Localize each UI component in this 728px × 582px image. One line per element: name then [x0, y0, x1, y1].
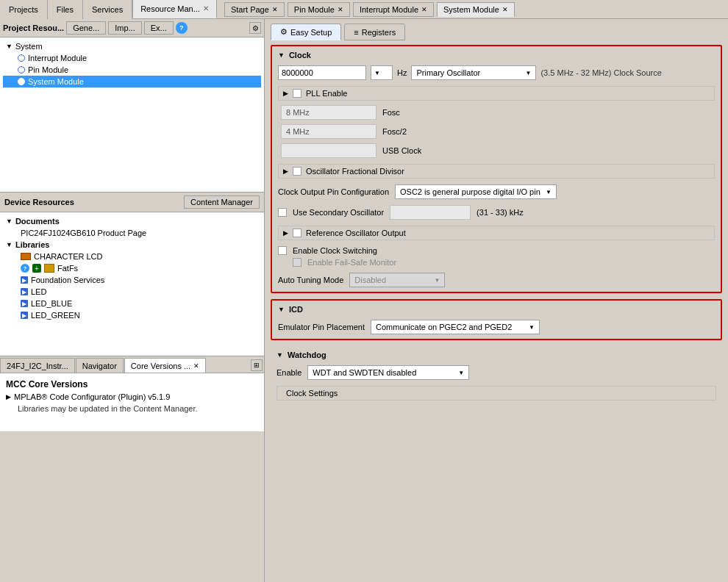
libraries-arrow-icon: ▼ [6, 241, 13, 248]
tree-char-lcd[interactable]: CHARACTER LCD [3, 251, 261, 262]
osc-fractional-label: Oscillator Fractional Divisor [306, 167, 404, 176]
tree-foundation-services[interactable]: ▶ Foundation Services [3, 274, 261, 286]
fail-safe-checkbox[interactable] [293, 258, 301, 267]
tree-interrupt-module[interactable]: Interrupt Module [3, 52, 261, 64]
tab-system-module[interactable]: System Module ✕ [437, 2, 515, 17]
clock-output-pin-dropdown[interactable]: OSC2 is general purpose digital I/O pin … [395, 184, 557, 199]
generate-button[interactable]: Gene... [66, 21, 106, 35]
auto-tuning-label: Auto Tuning Mode [278, 276, 343, 284]
clock-collapse-icon[interactable]: ▼ [278, 51, 285, 59]
system-label: System [15, 42, 43, 51]
tree-led-blue[interactable]: ▶ LED_BLUE [3, 298, 261, 309]
emulator-pin-arrow: ▼ [529, 324, 535, 331]
fatfs-plus-icon: + [32, 264, 41, 273]
registers-tab[interactable]: ≡ Registers [344, 24, 405, 40]
frequency-dropdown[interactable]: ▼ [371, 65, 393, 80]
clock-settings-header[interactable]: Clock Settings [277, 387, 715, 400]
foundation-arrow-icon: ▶ [21, 276, 28, 284]
interrupt-module-close[interactable]: ✕ [421, 6, 427, 13]
content-manager-button[interactable]: Content Manager [184, 195, 260, 209]
tree-led[interactable]: ▶ LED [3, 286, 261, 298]
interrupt-circle-icon [18, 54, 25, 62]
mplab-version-item: MPLAB® Code Configurator (Plugin) v5.1.9 [14, 392, 170, 401]
secondary-osc-checkbox[interactable] [278, 208, 287, 217]
icd-collapse-icon[interactable]: ▼ [278, 306, 285, 313]
led-green-arrow-icon: ▶ [21, 312, 28, 319]
easy-setup-tab[interactable]: ⚙ Easy Setup [271, 24, 341, 40]
tree-system-module[interactable]: System Module [3, 76, 261, 87]
oscillator-note: (3.5 MHz - 32 MHz) Clock Source [540, 68, 661, 77]
fosc-value: 8 MHz [281, 105, 377, 120]
pin-module-close[interactable]: ✕ [338, 6, 343, 13]
frequency-input[interactable] [278, 65, 366, 80]
core-versions-close-icon[interactable]: ✕ [193, 362, 199, 370]
scroll-lock-icon[interactable]: ⊞ [251, 359, 263, 371]
ref-osc-header[interactable]: ▶ Reference Oscillator Output [279, 226, 714, 240]
tab-navigator[interactable]: Navigator [76, 358, 124, 373]
tab-interrupt-module[interactable]: Interrupt Module ✕ [353, 2, 434, 17]
ref-osc-checkbox[interactable] [293, 229, 301, 237]
mplab-arrow-icon: ▶ [6, 393, 11, 400]
icd-section-title: ICD [289, 305, 303, 314]
emulator-pin-label: Emulator Pin Placement [278, 323, 365, 331]
tab-services[interactable]: Services [83, 0, 132, 19]
watchdog-section-title: Watchdog [288, 351, 326, 359]
oscillator-dropdown[interactable]: Primary Oscillator ▼ [411, 65, 536, 80]
secondary-osc-label: Use Secondary Oscillator [293, 208, 384, 217]
pll-enable-header[interactable]: ▶ PLL Enable [279, 87, 714, 100]
system-module-circle-icon [18, 78, 25, 85]
system-module-close[interactable]: ✕ [502, 6, 508, 13]
tab-pin-module[interactable]: Pin Module ✕ [288, 2, 350, 17]
emulator-pin-dropdown[interactable]: Communicate on PGEC2 and PGED2 ▼ [371, 320, 540, 334]
settings-icon[interactable]: ⚙ [249, 22, 261, 34]
tree-led-green[interactable]: ▶ LED_GREEN [3, 309, 261, 321]
start-page-close[interactable]: ✕ [272, 6, 278, 13]
osc-fractional-checkbox[interactable] [293, 167, 301, 176]
watchdog-enable-arrow: ▼ [458, 370, 464, 376]
import-button[interactable]: Imp... [108, 21, 142, 35]
tree-system[interactable]: ▼ System [3, 40, 261, 52]
fosc-label: Fosc [382, 108, 400, 117]
osc-fractional-header[interactable]: ▶ Oscillator Fractional Divisor [279, 165, 714, 178]
tab-files[interactable]: Files [48, 0, 83, 19]
device-resources-title: Device Resources [4, 198, 74, 206]
pll-label: PLL Enable [306, 89, 347, 98]
tab-start-page[interactable]: Start Page ✕ [224, 2, 285, 17]
clock-switching-checkbox[interactable] [278, 246, 287, 255]
secondary-osc-range: (31 - 33) kHz [477, 208, 524, 217]
led-blue-arrow-icon: ▶ [21, 300, 28, 307]
ref-osc-label: Reference Oscillator Output [306, 229, 406, 237]
tree-documents[interactable]: ▼ Documents [3, 215, 261, 227]
tab-projects[interactable]: Projects [0, 0, 48, 19]
export-button[interactable]: Ex... [144, 21, 174, 35]
usb-clock-label: USB Clock [382, 146, 421, 155]
project-label: Project Resou... [3, 24, 64, 32]
led-arrow-icon: ▶ [21, 288, 28, 295]
clock-settings-label: Clock Settings [286, 389, 338, 398]
pin-circle-icon [18, 66, 25, 73]
tab-24fj-i2c[interactable]: 24FJ_I2C_Instr... [0, 358, 75, 373]
fatfs-book-icon [44, 264, 54, 273]
pll-checkbox[interactable] [293, 89, 301, 98]
fosc2-label: Fosc/2 [382, 127, 407, 136]
char-lcd-icon [21, 253, 31, 260]
tree-libraries[interactable]: ▼ Libraries [3, 239, 261, 251]
resource-manager-close-icon[interactable]: ✕ [203, 4, 209, 12]
tab-core-versions[interactable]: Core Versions ... ✕ [124, 358, 206, 373]
watchdog-collapse-icon[interactable]: ▼ [276, 351, 283, 359]
fatfs-q-icon: ? [21, 264, 29, 273]
tree-fatfs[interactable]: ? + FatFs [3, 262, 261, 274]
tab-resource-manager[interactable]: Resource Man... ✕ [132, 0, 217, 18]
ref-osc-expand-icon: ▶ [283, 229, 288, 237]
core-versions-title: MCC Core Versions [6, 379, 258, 389]
fosc2-value: 4 MHz [281, 124, 377, 139]
auto-tuning-dropdown[interactable]: Disabled ▼ [349, 273, 445, 287]
tree-product-page[interactable]: PIC24FJ1024GB610 Product Page [3, 227, 261, 239]
clock-switching-label: Enable Clock Switching [293, 246, 377, 255]
fail-safe-label: Enable Fail-Safe Monitor [307, 258, 396, 267]
tree-pin-module[interactable]: Pin Module [3, 64, 261, 76]
clock-output-pin-label: Clock Output Pin Configuration [278, 187, 389, 196]
osc-fractional-expand-icon: ▶ [283, 168, 288, 175]
help-icon[interactable]: ? [176, 22, 188, 34]
watchdog-enable-dropdown[interactable]: WDT and SWDTEN disabled ▼ [307, 365, 469, 380]
